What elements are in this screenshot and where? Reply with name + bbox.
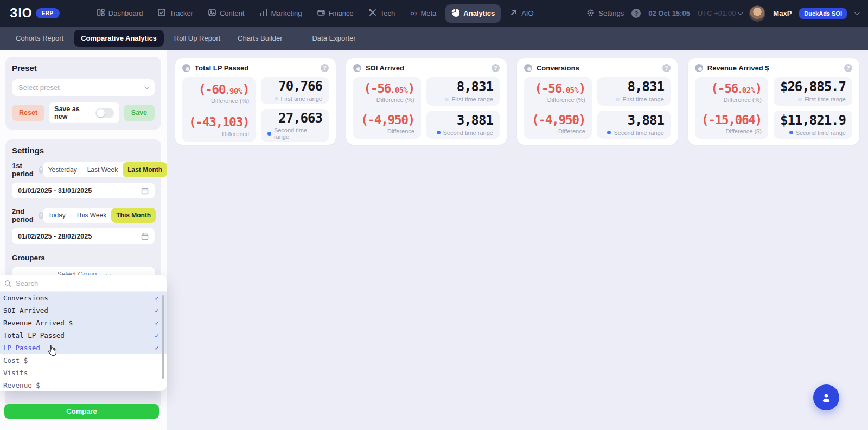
difference-percent: (-60.90%) Difference (%)	[182, 77, 256, 110]
first-range-value: 8,831	[628, 80, 664, 95]
analytics-pie-icon	[451, 9, 459, 18]
help-icon[interactable]: ?	[631, 9, 641, 18]
second-range-dot	[789, 131, 793, 134]
nav-divider	[297, 34, 297, 43]
nav-item-aio[interactable]: AIO	[504, 4, 539, 22]
app-logo[interactable]: ЗIO ERP	[10, 7, 60, 20]
check-icon: ✓	[155, 331, 159, 339]
card-header: SOI Arrived ?	[353, 64, 500, 72]
metric-option-revenue[interactable]: Revenue $✓	[0, 379, 167, 391]
option-label: Total LP Passed	[3, 331, 65, 339]
metrics-dropdown: Conversions✓ SOI Arrived✓ Revenue Arrive…	[0, 275, 167, 391]
second-period-options: Today This Week This Month	[43, 208, 156, 223]
option-label: LP Passed	[3, 344, 40, 352]
save-as-new-toggle[interactable]	[95, 108, 114, 118]
metric-option-total-lp-passed[interactable]: Total LP Passed✓	[0, 329, 167, 342]
nav-item-tech[interactable]: Tech	[363, 4, 401, 22]
difference-percent-value: (-56.02%)	[711, 81, 761, 95]
option-today[interactable]: Today	[43, 208, 71, 223]
metric-source-icon	[695, 64, 703, 72]
top-bar: ЗIO ERP Dashboard Tracker Content Market…	[0, 0, 868, 27]
preset-select[interactable]: Select preset	[12, 79, 155, 96]
option-this-month[interactable]: This Month	[111, 208, 156, 223]
help-icon[interactable]: ?	[844, 64, 852, 72]
difference-percent-value: (-56.05%)	[534, 81, 585, 95]
difference-absolute-label: Difference	[222, 131, 249, 137]
metric-option-cost[interactable]: Cost $✓	[0, 354, 167, 367]
tech-tools-icon	[369, 9, 376, 18]
tab-roll-up-report[interactable]: Roll Up Report	[167, 30, 227, 47]
difference-percent-value: (-56.05%)	[363, 81, 414, 95]
second-range-dot	[607, 131, 611, 134]
second-range-value: 3,881	[628, 113, 664, 129]
card-header: Total LP Passed ?	[182, 64, 329, 72]
nav-item-marketing[interactable]: Marketing	[254, 4, 308, 22]
metric-option-visits[interactable]: Visits✓	[0, 367, 167, 379]
first-period-range-input[interactable]: 01/01/2025 - 31/01/2025	[12, 183, 155, 198]
first-range-dot	[445, 98, 449, 101]
difference-absolute-value: (-4,950)	[361, 113, 414, 127]
difference-percent-label: Difference (%)	[376, 97, 414, 103]
card-body: 8,831 First time range (-56.05%) Differe…	[353, 77, 500, 139]
sidebar: Preset Select preset Reset Save as new S…	[0, 50, 167, 430]
info-icon[interactable]: ?	[39, 212, 43, 219]
support-fab-button[interactable]	[813, 384, 839, 410]
card-total-lp-passed: Total LP Passed ? 70,766 First time rang…	[175, 58, 336, 145]
first-period-label: 1st period ?	[12, 162, 43, 178]
help-icon[interactable]: ?	[492, 64, 500, 72]
metric-option-lp-passed[interactable]: LP Passed✓	[0, 342, 167, 354]
first-period-range: 01/01/2025 - 31/01/2025	[18, 187, 92, 195]
check-icon: ✓	[155, 306, 159, 315]
option-yesterday[interactable]: Yesterday	[43, 162, 82, 177]
option-label: Revenue Arrived $	[3, 319, 73, 327]
metrics-search-input[interactable]	[16, 279, 161, 287]
workspace-badge[interactable]: DuckAds SOI	[799, 8, 847, 19]
metric-source-icon	[524, 64, 532, 72]
tab-cohorts-report[interactable]: Cohorts Report	[9, 30, 71, 47]
second-range-box: $11,821.9 Second time range	[774, 111, 852, 139]
second-period-range: 01/02/2025 - 28/02/2025	[18, 233, 92, 240]
save-as-new-control[interactable]: Save as new	[49, 102, 119, 123]
nav-label: Marketing	[271, 9, 302, 17]
metrics-search-row	[0, 275, 167, 292]
difference-percent-value: (-60.90%)	[199, 82, 249, 97]
info-icon[interactable]: ?	[39, 166, 43, 174]
option-last-month[interactable]: Last Month	[123, 162, 167, 177]
nav-label: Dashboard	[108, 9, 143, 17]
metric-option-soi-arrived[interactable]: SOI Arrived✓	[0, 304, 167, 317]
nav-item-content[interactable]: Content	[202, 4, 251, 22]
help-icon[interactable]: ?	[321, 64, 329, 72]
second-range-box: 27,663 Second time range	[261, 109, 329, 143]
option-label: Conversions	[3, 294, 48, 302]
tab-charts-builder[interactable]: Charts Builder	[231, 30, 289, 47]
avatar[interactable]	[749, 5, 765, 22]
save-button[interactable]: Save	[124, 105, 155, 121]
nav-label: AIO	[521, 9, 533, 17]
tab-comparative-analytics[interactable]: Comparative Analytics	[74, 30, 164, 47]
nav-item-tracker[interactable]: Tracker	[152, 4, 199, 22]
chevron-down-icon	[144, 84, 150, 89]
metric-option-conversions[interactable]: Conversions✓	[0, 292, 167, 304]
nav-item-finance[interactable]: Finance	[311, 4, 360, 22]
reset-button[interactable]: Reset	[12, 105, 44, 121]
compare-button[interactable]: Compare	[4, 404, 159, 419]
second-period-range-input[interactable]: 01/02/2025 - 28/02/2025	[12, 228, 155, 244]
label-text: 2nd period	[12, 207, 36, 223]
option-last-week[interactable]: Last Week	[82, 162, 123, 177]
metric-option-revenue-arrived[interactable]: Revenue Arrived $✓	[0, 317, 167, 329]
tab-data-exporter[interactable]: Data Exporter	[305, 30, 362, 47]
option-this-week[interactable]: This Week	[71, 208, 111, 223]
timezone-selector[interactable]: UTC +01:00	[698, 9, 742, 17]
active-tab-pointer	[469, 24, 477, 31]
second-range-label: Second time range	[267, 127, 322, 140]
finance-icon	[317, 9, 325, 18]
user-menu-chevron-icon[interactable]	[854, 10, 860, 15]
preset-title: Preset	[12, 63, 155, 73]
second-period-label: 2nd period ?	[12, 207, 43, 223]
help-icon[interactable]: ?	[662, 64, 671, 72]
nav-item-meta[interactable]: ∞ Meta	[404, 4, 442, 22]
settings-button[interactable]: Settings	[586, 9, 624, 18]
nav-item-dashboard[interactable]: Dashboard	[91, 4, 149, 22]
nav-item-analytics[interactable]: Analytics	[445, 4, 501, 23]
scrollbar-thumb[interactable]	[162, 295, 164, 379]
